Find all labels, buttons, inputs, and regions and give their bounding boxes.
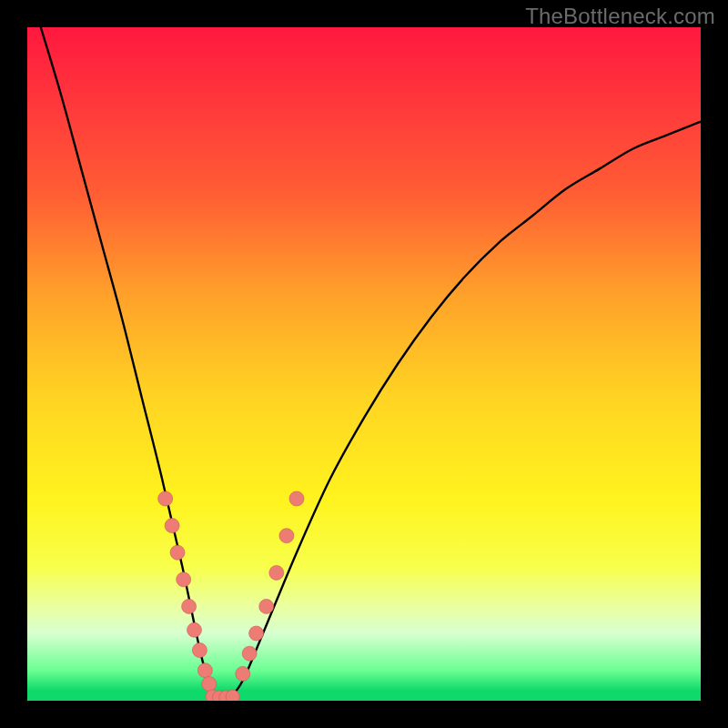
curve-layer xyxy=(27,27,701,701)
data-marker xyxy=(236,666,250,681)
data-marker xyxy=(177,572,191,587)
data-marker xyxy=(165,519,179,533)
bottleneck-curve xyxy=(41,27,701,701)
floor-markers xyxy=(206,690,239,701)
data-marker xyxy=(289,491,304,506)
watermark-text: TheBottleneck.com xyxy=(525,4,715,29)
plot-area xyxy=(27,27,701,701)
right-branch-markers xyxy=(236,491,304,681)
chart-frame: TheBottleneck.com xyxy=(0,0,728,728)
data-marker xyxy=(187,622,202,637)
data-marker xyxy=(226,690,239,701)
data-marker xyxy=(197,663,212,678)
data-marker xyxy=(182,599,197,613)
data-marker xyxy=(170,545,185,560)
data-marker xyxy=(192,643,207,658)
data-marker xyxy=(249,626,264,641)
data-marker xyxy=(269,565,284,580)
data-marker xyxy=(259,599,274,613)
data-marker xyxy=(158,491,173,506)
data-marker xyxy=(202,677,217,692)
data-marker xyxy=(242,646,257,661)
data-marker xyxy=(279,529,294,543)
